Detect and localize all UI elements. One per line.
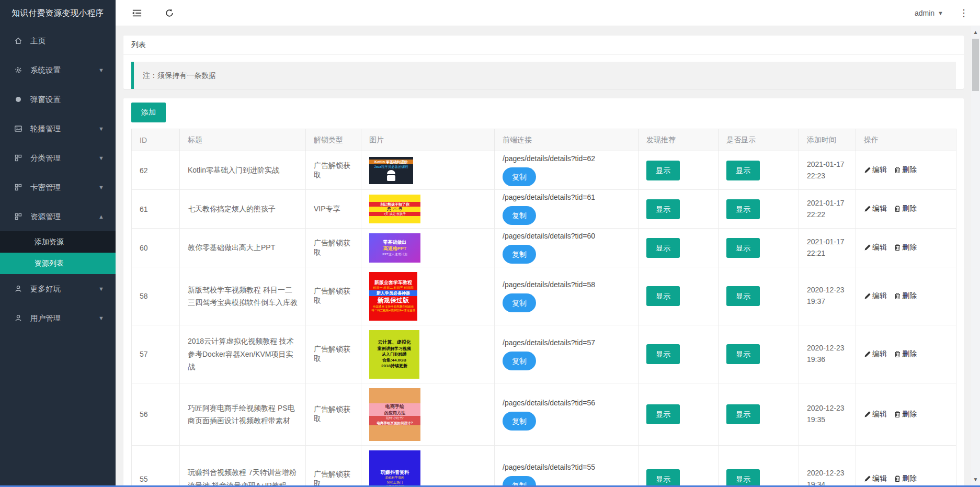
discover-toggle-button[interactable]: 显示	[646, 344, 680, 364]
discover-toggle-button[interactable]: 显示	[646, 161, 680, 180]
discover-toggle-button[interactable]: 显示	[646, 469, 680, 487]
visible-toggle-button[interactable]: 显示	[726, 199, 760, 219]
discover-toggle-button[interactable]: 显示	[646, 199, 680, 219]
delete-button[interactable]: 删除	[894, 410, 917, 419]
copy-button[interactable]: 复制	[503, 293, 536, 312]
visible-toggle-button[interactable]: 显示	[726, 161, 760, 180]
sidebar-item-more-fun[interactable]: 更多好玩 ▼	[0, 274, 116, 303]
sidebar-item-user-management[interactable]: 用户管理 ▼	[0, 303, 116, 333]
sidebar-item-category-management[interactable]: 分类管理 ▼	[0, 143, 116, 173]
vertical-scrollbar[interactable]: ▲ ▼	[971, 26, 980, 487]
collapse-sidebar-icon[interactable]	[131, 8, 143, 18]
delete-button[interactable]: 删除	[894, 474, 917, 483]
row-time: 2020-12-23 19:35	[799, 383, 856, 446]
sidebar-item-label: 分类管理	[30, 153, 61, 163]
android-robot-icon	[369, 170, 413, 181]
row-title: 巧匠阿赛电商手绘视频教程 PS电商页面插画设计视频教程带素材	[180, 383, 306, 446]
sidebar-subitem-label: 添加资源	[35, 237, 64, 246]
table-row: 60 教你零基础做出高大上PPT 广告解锁获取 零基础做出高逼格PPTPPT达人…	[132, 229, 956, 267]
scroll-up-arrow-icon[interactable]: ▲	[971, 28, 980, 37]
copy-button[interactable]: 复制	[503, 167, 536, 186]
chevron-icon: ▼	[98, 286, 104, 292]
row-id: 61	[132, 190, 180, 229]
edit-button[interactable]: 编辑	[864, 243, 887, 252]
sidebar-item-home[interactable]: 主页	[0, 26, 116, 55]
edit-button[interactable]: 编辑	[864, 349, 887, 359]
scrollbar-thumb[interactable]	[972, 39, 979, 91]
row-time: 2021-01-17 22:22	[799, 190, 856, 229]
delete-button[interactable]: 删除	[894, 165, 917, 175]
row-time: 2021-01-17 22:21	[799, 229, 856, 267]
pencil-icon	[864, 411, 871, 418]
row-thumbnail: 零基础做出高逼格PPTPPT达人速成计划	[369, 233, 420, 263]
row-image-cell: Kotlin 零基础到进阶Java程序员必备的课程	[361, 151, 495, 190]
thumbnail-text: 云计算、虚拟化	[369, 339, 419, 346]
sidebar-subitem-resource-list[interactable]: 资源列表	[0, 253, 116, 274]
delete-button[interactable]: 删除	[894, 291, 917, 301]
more-options-icon[interactable]: ⋮	[959, 8, 968, 18]
sidebar-item-system-settings[interactable]: 系统设置 ▼	[0, 55, 116, 85]
sidebar-menu: 主页 系统设置 ▼ 弹窗设置 轮播管理 ▼ 分类管理 ▼ 卡密管理 ▼ 资源管理…	[0, 26, 116, 333]
delete-button[interactable]: 删除	[894, 204, 917, 213]
pencil-icon	[864, 475, 871, 482]
row-link: /pages/details/details?tid=62	[503, 154, 630, 163]
sidebar-item-carousel-management[interactable]: 轮播管理 ▼	[0, 114, 116, 143]
row-thumbnail: 新版全套学车教程科目一 科目二 科目三 科目四新人学员必备神器新规保过版全国通用…	[369, 272, 417, 321]
table-row: 61 七天教你搞定烦人的熊孩子 VIP专享 别让熊孩子毁了你👧 VS 👦7天 搞…	[132, 190, 956, 229]
copy-button[interactable]: 复制	[503, 352, 536, 370]
row-actions: 编辑 删除	[856, 383, 956, 446]
table-row: 62 Kotlin零基础入门到进阶实战 广告解锁获取 Kotlin 零基础到进阶…	[132, 151, 956, 190]
chevron-icon: ▼	[98, 184, 104, 190]
thumbnail-text: 案例讲解学习视频	[369, 346, 419, 352]
copy-button[interactable]: 复制	[503, 412, 536, 431]
thumbnail-text: 助你科学涨粉	[369, 475, 420, 480]
edit-button[interactable]: 编辑	[864, 410, 887, 419]
discover-toggle-button[interactable]: 显示	[646, 238, 680, 258]
table-row: 56 巧匠阿赛电商手绘视频教程 PS电商页面插画设计视频教程带素材 广告解锁获取…	[132, 383, 956, 446]
sidebar-subitem-add-resource[interactable]: 添加资源	[0, 231, 116, 253]
topbar: admin ▼ ⋮	[116, 0, 980, 26]
user-menu[interactable]: admin ▼	[915, 9, 943, 17]
sidebar-item-label: 更多好玩	[30, 284, 61, 294]
gear-icon	[14, 65, 23, 75]
sidebar-item-label: 轮播管理	[30, 124, 61, 134]
column-header: 标题	[180, 129, 306, 151]
edit-button[interactable]: 编辑	[864, 474, 887, 483]
row-unlock-type: 广告解锁获取	[306, 383, 361, 446]
visible-toggle-button[interactable]: 显示	[726, 469, 760, 487]
chevron-icon: ▼	[98, 126, 104, 132]
sidebar-item-card-key-management[interactable]: 卡密管理 ▼	[0, 173, 116, 202]
sidebar-item-resource-management[interactable]: 资源管理 ▲	[0, 202, 116, 231]
visible-toggle-button[interactable]: 显示	[726, 404, 760, 424]
table-panel: 添加 ID标题解锁类型图片前端连接发现推荐是否显示添加时间操作 62 Kotli…	[123, 98, 964, 487]
add-button[interactable]: 添加	[131, 103, 166, 122]
visible-toggle-button[interactable]: 显示	[726, 286, 760, 306]
delete-button[interactable]: 删除	[894, 243, 917, 252]
thumbnail-text: PPT达人速成计划	[369, 252, 420, 256]
edit-button[interactable]: 编辑	[864, 165, 887, 175]
column-header: 解锁类型	[306, 129, 361, 151]
app-title: 知识付费资源变现小程序	[0, 0, 116, 26]
sidebar-item-popup-settings[interactable]: 弹窗设置	[0, 85, 116, 114]
list-panel: 列表 注：须保持有一条数据	[123, 36, 964, 89]
row-unlock-type: 广告解锁获取	[306, 446, 361, 487]
visible-toggle-button[interactable]: 显示	[726, 238, 760, 258]
row-image-cell: 新版全套学车教程科目一 科目二 科目三 科目四新人学员必备神器新规保过版全国通用…	[361, 267, 495, 325]
discover-toggle-button[interactable]: 显示	[646, 404, 680, 424]
thumbnail-text: 👧 VS 👦	[369, 207, 420, 212]
delete-button[interactable]: 删除	[894, 349, 917, 359]
row-id: 62	[132, 151, 180, 190]
sidebar-subitem-label: 资源列表	[35, 259, 64, 267]
copy-button[interactable]: 复制	[503, 245, 536, 264]
thumbnail-text: 新人学员必备神器	[369, 290, 417, 296]
refresh-icon[interactable]	[163, 8, 176, 18]
main-content: 列表 注：须保持有一条数据 添加 ID标题解锁类型图片前端连接发现推荐是否显示添…	[116, 26, 980, 487]
discover-toggle-button[interactable]: 显示	[646, 286, 680, 306]
visible-toggle-button[interactable]: 显示	[726, 344, 760, 364]
scroll-down-arrow-icon[interactable]: ▼	[971, 475, 980, 484]
row-unlock-type: VIP专享	[306, 190, 361, 229]
copy-button[interactable]: 复制	[503, 206, 536, 225]
edit-button[interactable]: 编辑	[864, 204, 887, 213]
table-row: 57 2018云计算虚拟化视频教程 技术参考Docker容器Xen/KVM项目实…	[132, 325, 956, 383]
edit-button[interactable]: 编辑	[864, 291, 887, 301]
